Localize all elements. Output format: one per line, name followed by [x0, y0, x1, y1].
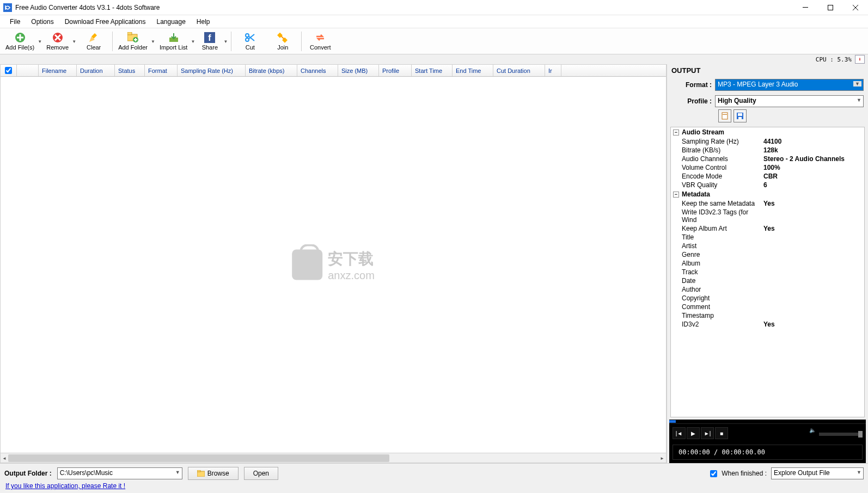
format-select[interactable]: MP3 - MPEG Layer 3 Audio ▼	[715, 79, 864, 91]
app-icon	[3, 3, 12, 12]
toolbar-convert-button[interactable]: Convert	[304, 29, 337, 53]
column-status[interactable]: Status	[115, 65, 145, 76]
svg-text:f: f	[209, 33, 212, 42]
toolbar-clear-button[interactable]: Clear	[77, 29, 110, 53]
prop-group-audio-stream[interactable]: −Audio Stream	[671, 127, 864, 137]
collapse-icon[interactable]: −	[673, 192, 679, 198]
prop-row[interactable]: Keep Album ArtYes	[671, 224, 864, 233]
x-red-icon	[52, 32, 63, 43]
column-format[interactable]: Format	[145, 65, 178, 76]
prop-row[interactable]: Track	[671, 268, 864, 276]
convert-icon	[315, 32, 326, 43]
close-button[interactable]	[843, 0, 868, 15]
maximize-button[interactable]	[818, 0, 843, 15]
toolbar-remove-button[interactable]: Remove▼	[43, 29, 77, 53]
column-ir[interactable]: Ir	[545, 65, 561, 76]
prop-row[interactable]: Comment	[671, 303, 864, 311]
toolbar-add-folder-button[interactable]: Add Folder▼	[115, 29, 156, 53]
column-start-time[interactable]: Start Time	[412, 65, 453, 76]
grid-header: FilenameDurationStatusFormatSampling Rat…	[1, 65, 666, 77]
chevron-down-icon: ▼	[857, 470, 861, 475]
menu-options[interactable]: Options	[26, 16, 59, 28]
toolbar-join-button[interactable]: Join	[266, 29, 299, 53]
property-grid[interactable]: −Audio StreamSampling Rate (Hz)44100Bitr…	[670, 127, 865, 417]
column-end-time[interactable]: End Time	[453, 65, 493, 76]
column-size-mb-[interactable]: Size (MB)	[338, 65, 379, 76]
column-duration[interactable]: Duration	[77, 65, 115, 76]
column-channels[interactable]: Channels	[297, 65, 338, 76]
column-checkbox[interactable]	[17, 65, 39, 76]
player-play-button[interactable]: ▶	[687, 427, 700, 439]
chevron-down-icon: ▼	[175, 470, 180, 475]
import-icon	[168, 32, 179, 43]
grid-body[interactable]: 安下载 anxz.com	[1, 77, 666, 453]
chevron-down-icon: ▼	[38, 39, 42, 44]
toolbar-share-button[interactable]: fShare▼	[196, 29, 229, 53]
profile-save-button[interactable]	[733, 109, 747, 122]
output-folder-label: Output Folder :	[4, 470, 52, 477]
prop-row[interactable]: Artist	[671, 242, 864, 250]
when-finished-select[interactable]: Explore Output File ▼	[771, 467, 864, 479]
prop-row[interactable]: VBR Quality6	[671, 181, 864, 189]
column-sampling-rate-hz-[interactable]: Sampling Rate (Hz)	[178, 65, 246, 76]
volume-icon: 🔈	[809, 427, 816, 433]
player-next-button[interactable]: ►|	[701, 427, 714, 439]
browse-button[interactable]: Browse	[188, 467, 239, 480]
toolbar-import-list-button[interactable]: Import List▼	[156, 29, 196, 53]
svg-rect-0	[3, 3, 12, 12]
prop-row[interactable]: Timestamp	[671, 311, 864, 320]
select-all-checkbox[interactable]	[5, 67, 12, 74]
profile-new-button[interactable]	[718, 109, 731, 122]
prop-row[interactable]: Date	[671, 276, 864, 285]
grid-hscrollbar[interactable]: ◄ ►	[1, 453, 666, 463]
rate-link[interactable]: If you like this application, please Rat…	[5, 482, 125, 490]
when-finished-checkbox[interactable]	[710, 470, 717, 477]
menu-download-free-applications[interactable]: Download Free Applications	[59, 16, 151, 28]
prop-row[interactable]: Author	[671, 285, 864, 294]
menu-language[interactable]: Language	[151, 16, 191, 28]
profile-select[interactable]: High Quality ▼	[715, 95, 864, 107]
prop-row[interactable]: Audio ChannelsStereo - 2 Audio Channels	[671, 155, 864, 163]
prop-row[interactable]: Bitrate (KB/s)128k	[671, 146, 864, 155]
column-checkbox[interactable]	[1, 65, 17, 76]
prop-row[interactable]: Album	[671, 259, 864, 268]
volume-slider[interactable]	[819, 433, 863, 436]
prop-row[interactable]: Keep the same MetadataYes	[671, 199, 864, 208]
player-seekbar[interactable]	[669, 420, 866, 424]
column-filename[interactable]: Filename	[39, 65, 77, 76]
output-folder-combo[interactable]: C:\Users\pc\Music ▼	[57, 467, 182, 479]
column-cut-duration[interactable]: Cut Duration	[493, 65, 545, 76]
chevron-down-icon: ▼	[151, 39, 155, 44]
menu-help[interactable]: Help	[191, 16, 216, 28]
prop-row[interactable]: Copyright	[671, 294, 864, 303]
player-stop-button[interactable]: ■	[715, 427, 728, 439]
prop-row[interactable]: Volume Control100%	[671, 163, 864, 172]
title-bar: Free Audio Converter 4dots V3.1 - 4dots …	[0, 0, 868, 15]
folder-plus-icon	[127, 32, 138, 43]
cpu-toggle-icon[interactable]: ⬇	[855, 55, 865, 64]
chevron-down-icon: ▼	[223, 39, 228, 44]
prop-row[interactable]: Title	[671, 233, 864, 242]
toolbar-cut-button[interactable]: Cut	[234, 29, 266, 53]
rate-link-row: If you like this application, please Rat…	[0, 481, 868, 493]
prop-row[interactable]: Encode ModeCBR	[671, 172, 864, 181]
svg-rect-6	[127, 32, 132, 35]
open-button[interactable]: Open	[244, 467, 278, 480]
prop-row[interactable]: Write ID3v2.3 Tags (for Wind	[671, 208, 864, 224]
window-title: Free Audio Converter 4dots V3.1 - 4dots …	[15, 4, 160, 11]
minimize-button[interactable]	[793, 0, 818, 15]
collapse-icon[interactable]: −	[673, 130, 679, 135]
prop-row[interactable]: Genre	[671, 250, 864, 259]
prop-group-metadata[interactable]: −Metadata	[671, 189, 864, 199]
profile-label: Profile :	[671, 97, 715, 105]
player-prev-button[interactable]: |◄	[673, 427, 686, 439]
player-time: 00:00:00 / 00:00:00.00	[673, 445, 863, 460]
column-bitrate-kbps-[interactable]: Bitrate (kbps)	[246, 65, 297, 76]
prop-row[interactable]: Sampling Rate (Hz)44100	[671, 137, 864, 146]
prop-row[interactable]: ID3v2Yes	[671, 320, 864, 329]
chevron-down-icon: ▼	[191, 39, 195, 44]
toolbar-add-file-s--button[interactable]: Add File(s)▼	[2, 29, 43, 53]
column-profile[interactable]: Profile	[379, 65, 412, 76]
folder-icon	[197, 470, 205, 477]
menu-file[interactable]: File	[4, 16, 26, 28]
